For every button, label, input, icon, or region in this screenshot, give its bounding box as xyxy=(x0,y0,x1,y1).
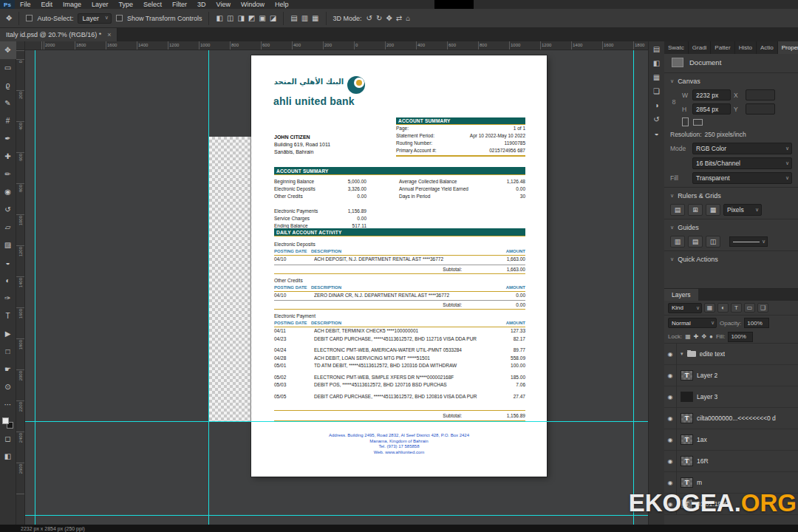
move-tool[interactable]: ✥ xyxy=(0,41,16,59)
menu-help[interactable]: Help xyxy=(270,0,294,9)
collapsed-patterns-icon[interactable]: ▦ xyxy=(653,74,660,81)
panel-tab-properties[interactable]: Properties xyxy=(778,41,798,54)
visibility-toggle[interactable]: ◉ xyxy=(664,386,677,408)
3d-rotate-icon[interactable]: ↺ xyxy=(366,15,372,22)
canvas-fill-select[interactable]: Transparent xyxy=(692,172,792,184)
guide-vertical[interactable] xyxy=(633,50,634,525)
vertical-ruler[interactable]: 0200400600800100012001400160018002000220… xyxy=(16,50,25,525)
panel-tab-actio[interactable]: Actio xyxy=(757,41,778,54)
filter-pixel-layers-icon[interactable]: ▦ xyxy=(704,303,715,313)
distribute-spacing-icon[interactable]: ▦ xyxy=(312,15,318,22)
gradient-tool[interactable]: ▨ xyxy=(0,236,16,254)
path-selection-tool[interactable]: ▶ xyxy=(0,325,16,343)
menu-view[interactable]: View xyxy=(211,0,236,9)
layer-filter-kind-select[interactable]: Kind xyxy=(668,303,702,313)
shape-tool[interactable]: □ xyxy=(0,343,16,361)
show-transform-checkbox[interactable] xyxy=(116,15,123,21)
quick-mask-button[interactable]: ◻ xyxy=(0,430,16,448)
layer-row[interactable]: ◉T16R xyxy=(664,451,798,472)
horizontal-ruler[interactable]: 2000180016001400120010008006004002000200… xyxy=(25,41,648,50)
tab-layers[interactable]: Layers xyxy=(664,289,698,301)
visibility-toggle[interactable]: ◉ xyxy=(664,429,677,451)
quick-selection-tool[interactable]: ✎ xyxy=(0,95,16,112)
crop-tool[interactable]: # xyxy=(0,112,16,130)
panel-tab-swatc[interactable]: Swatc xyxy=(664,41,689,54)
3d-roll-icon[interactable]: ↻ xyxy=(376,15,382,22)
lock-transparency-icon[interactable]: ▦ xyxy=(685,334,691,340)
distribute-vertical-icon[interactable]: ▥ xyxy=(301,15,308,22)
visibility-toggle[interactable]: ◉ xyxy=(664,451,677,472)
guide-horizontal[interactable] xyxy=(25,515,648,516)
snap-to-grid-icon[interactable]: ▦ xyxy=(706,204,720,216)
type-tool[interactable]: T xyxy=(0,307,16,325)
align-bottom-edges-icon[interactable]: ◪ xyxy=(270,15,276,22)
lock-pixels-icon[interactable]: ✚ xyxy=(694,334,699,340)
bit-depth-select[interactable]: 16 Bits/Channel xyxy=(692,157,792,169)
3d-drag-icon[interactable]: ✥ xyxy=(386,15,392,22)
history-brush-tool[interactable]: ↺ xyxy=(0,201,16,219)
layers-fill-field[interactable]: 100% xyxy=(728,332,753,342)
panel-tab-gradi[interactable]: Gradi xyxy=(689,41,712,54)
clear-guides-icon[interactable]: ◫ xyxy=(706,236,720,248)
blend-mode-select[interactable]: Normal xyxy=(668,318,717,328)
menu-layer[interactable]: Layer xyxy=(86,0,114,9)
guide-line-style-select[interactable] xyxy=(729,236,768,247)
eyedropper-tool[interactable]: ✒ xyxy=(0,130,16,148)
color-swatches[interactable] xyxy=(2,417,13,429)
collapsed-history-icon[interactable]: ↺ xyxy=(653,116,659,123)
canvas[interactable]: البنك الأهلي المتحد ahli united bank ACC… xyxy=(25,50,648,525)
collapsed-libraries-icon[interactable]: ❏ xyxy=(653,88,660,95)
guide-vertical[interactable] xyxy=(208,50,209,525)
lock-guides-icon[interactable]: ▤ xyxy=(688,236,703,248)
filter-adjustment-layers-icon[interactable]: ◐ xyxy=(717,303,729,313)
layer-row[interactable]: ◉Tcilta0000000...<<<<<<<<0 d xyxy=(664,408,798,429)
align-top-edges-icon[interactable]: ◩ xyxy=(248,15,255,22)
menu-3d[interactable]: 3D xyxy=(192,0,211,9)
layer-row[interactable]: ◉T1ax xyxy=(664,429,798,451)
guide-vertical[interactable] xyxy=(35,50,35,525)
filter-smart-objects-icon[interactable]: ❑ xyxy=(757,303,768,313)
document-tab[interactable]: Italy id.psd @ 20.7% (RGB/16) * × xyxy=(0,28,117,41)
collapsed-swatches-icon[interactable]: ▤ xyxy=(653,46,660,53)
auto-select-checkbox[interactable] xyxy=(26,15,33,21)
guides-section-header[interactable]: ∨ Guides xyxy=(664,221,798,234)
visibility-toggle[interactable]: ◉ xyxy=(664,344,677,365)
collapsed-adjustments-icon[interactable]: ◑ xyxy=(654,102,658,109)
blur-tool[interactable]: ◒ xyxy=(0,254,16,272)
toggle-grid-icon[interactable]: ⊞ xyxy=(688,204,703,216)
layer-row[interactable]: ◉▾edite text xyxy=(664,344,798,365)
menu-filter[interactable]: Filter xyxy=(167,0,192,9)
zoom-tool[interactable]: ⊙ xyxy=(0,378,16,396)
align-right-edges-icon[interactable]: ◨ xyxy=(237,15,244,22)
screen-mode-button[interactable]: ◧ xyxy=(0,448,16,466)
layer-row[interactable]: ◉TLayer 2 xyxy=(664,365,798,386)
lasso-tool[interactable]: ϱ xyxy=(0,77,16,95)
layer-row[interactable]: ◉Layer 3 xyxy=(664,386,798,408)
toggle-guides-icon[interactable]: ▥ xyxy=(670,236,685,248)
align-horizontal-centers-icon[interactable]: ◫ xyxy=(227,15,233,22)
visibility-toggle[interactable]: ◉ xyxy=(664,365,677,386)
menu-type[interactable]: Type xyxy=(114,0,139,9)
align-left-edges-icon[interactable]: ◧ xyxy=(216,15,222,22)
link-dimensions-icon[interactable]: 8 xyxy=(670,89,678,115)
quick-actions-section-header[interactable]: ∨ Quick Actions xyxy=(664,253,798,266)
auto-select-target-select[interactable]: Layer xyxy=(78,13,112,24)
menu-window[interactable]: Window xyxy=(236,0,270,9)
height-field[interactable]: 2854 px xyxy=(692,103,731,115)
3d-slide-icon[interactable]: ⇄ xyxy=(396,15,402,22)
tab-close-icon[interactable]: × xyxy=(107,31,111,38)
lock-position-icon[interactable]: ✥ xyxy=(701,334,706,340)
landscape-orientation-icon[interactable] xyxy=(693,119,703,126)
filter-shape-layers-icon[interactable]: ▭ xyxy=(744,303,755,313)
collapsed-gradients-icon[interactable]: ◧ xyxy=(653,60,660,67)
menu-edit[interactable]: Edit xyxy=(36,0,58,9)
visibility-toggle[interactable]: ◉ xyxy=(664,408,677,429)
guide-horizontal[interactable] xyxy=(25,421,648,422)
edit-toolbar-tool[interactable]: ⋯ xyxy=(0,396,16,414)
filter-type-layers-icon[interactable]: T xyxy=(731,303,742,313)
collapsed-info-icon[interactable]: ◒ xyxy=(654,130,658,137)
rulers-grids-section-header[interactable]: ∨ Rulers & Grids xyxy=(664,189,798,202)
opacity-field[interactable]: 100% xyxy=(744,318,769,328)
canvas-section-header[interactable]: ∨ Canvas xyxy=(664,75,798,88)
hand-tool[interactable]: ☛ xyxy=(0,361,16,378)
